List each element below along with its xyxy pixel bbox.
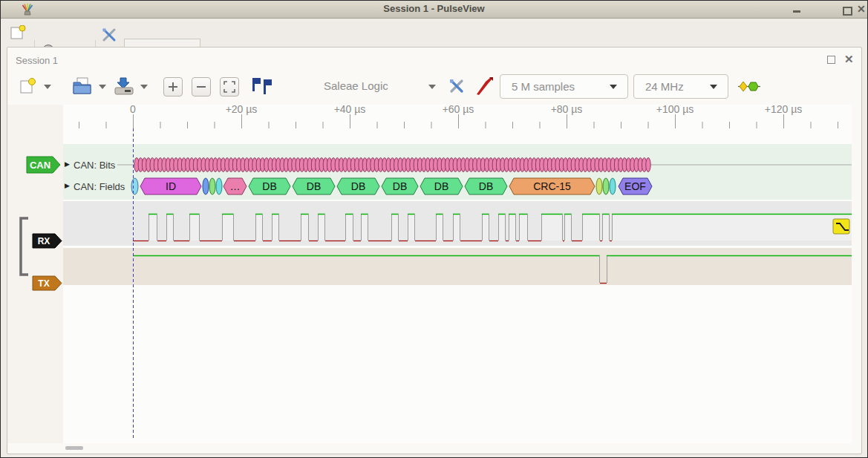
minimize-button[interactable] xyxy=(793,10,800,13)
sample-count-value: 5 M samples xyxy=(512,80,575,93)
trigger-flags-icon[interactable] xyxy=(252,78,273,96)
open-file-icon[interactable] xyxy=(72,76,93,96)
channel-group-bracket xyxy=(18,217,33,276)
rx-tag-label: RX xyxy=(38,236,50,246)
can-tag-label: CAN xyxy=(30,160,50,171)
save-session-icon[interactable] xyxy=(114,76,134,96)
sample-rate-select[interactable]: 24 MHz xyxy=(633,74,728,99)
new-file-icon[interactable] xyxy=(19,78,36,94)
bits-row-expander-icon[interactable]: ▶ xyxy=(65,160,70,168)
sample-count-arrow xyxy=(610,85,617,89)
new-session-icon[interactable] xyxy=(10,25,26,40)
sample-rate-value: 24 MHz xyxy=(645,80,684,93)
open-file-dropdown[interactable] xyxy=(99,85,106,89)
decoder-row-band xyxy=(63,144,852,200)
rx-channel-tag[interactable]: RX xyxy=(32,233,65,249)
zoom-fit-icon xyxy=(223,80,236,94)
close-button[interactable]: ✕ xyxy=(857,5,866,13)
tx-channel-tag[interactable]: TX xyxy=(32,275,65,291)
window-title: Session 1 - PulseView xyxy=(1,3,867,14)
session-close-button[interactable]: ✕ xyxy=(844,53,854,66)
horizontal-scrollbar[interactable] xyxy=(65,446,83,450)
sample-rate-arrow xyxy=(710,85,717,89)
tx-tag-label: TX xyxy=(38,278,49,289)
save-session-dropdown[interactable] xyxy=(140,85,148,89)
rx-row-band xyxy=(63,201,852,246)
zoom-in-button[interactable] xyxy=(163,77,183,96)
tx-row-band xyxy=(63,248,852,285)
titlebar: Session 1 - PulseView ✕ xyxy=(1,1,867,19)
device-select-arrow[interactable] xyxy=(428,85,436,89)
fields-row-label: CAN: Fields xyxy=(74,181,125,192)
maximize-button[interactable] xyxy=(843,7,852,16)
fields-row-expander-icon[interactable]: ▶ xyxy=(65,182,70,189)
channels-probe-icon[interactable] xyxy=(475,76,495,96)
session-subwindow-title: Session 1 xyxy=(16,55,58,66)
add-decoder-icon[interactable] xyxy=(738,80,760,93)
zoom-fit-button[interactable] xyxy=(220,77,239,96)
can-decoder-tag[interactable]: CAN xyxy=(26,156,63,174)
device-config-icon[interactable] xyxy=(448,78,465,94)
main-toolbar: Run Session 1 ✕ xyxy=(1,19,867,47)
float-window-button[interactable] xyxy=(827,56,835,64)
new-file-dropdown[interactable] xyxy=(44,85,51,89)
settings-tools-icon[interactable] xyxy=(102,27,117,42)
bits-row-label: CAN: Bits xyxy=(74,160,115,171)
device-select[interactable]: Saleae Logic xyxy=(324,79,388,92)
pulseview-window: Session 1 - PulseView ✕ Run Session 1 ✕ … xyxy=(0,0,868,458)
zoom-out-button[interactable] xyxy=(192,77,211,96)
sample-count-select[interactable]: 5 M samples xyxy=(500,74,628,99)
